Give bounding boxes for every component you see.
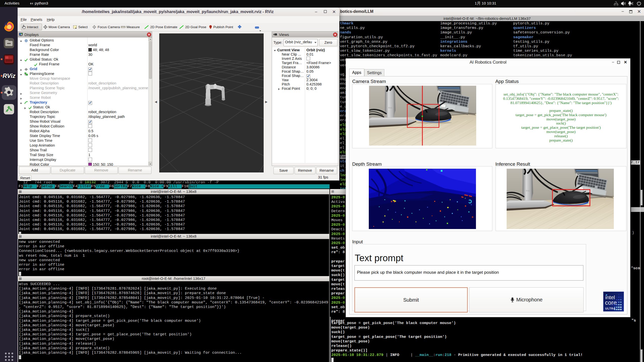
svg-text:ULTRA: ULTRA xyxy=(605,307,616,310)
